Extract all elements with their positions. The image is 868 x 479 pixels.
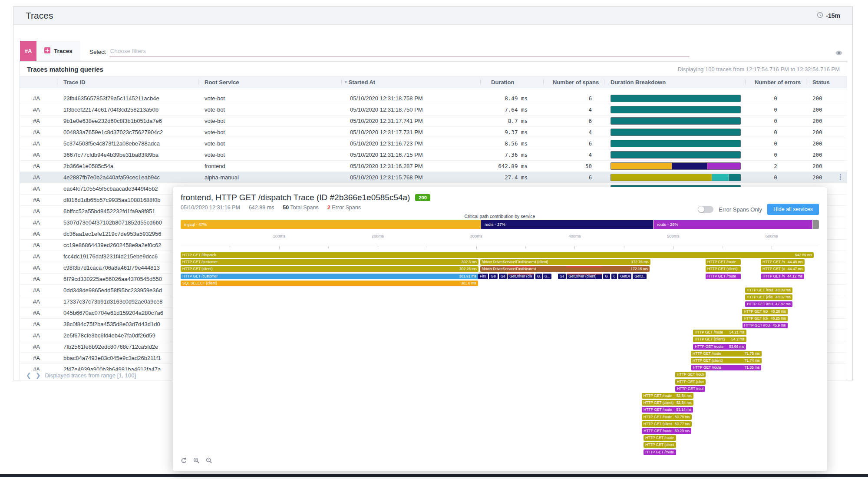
tab-traces-label: Traces — [54, 48, 73, 54]
tab-traces[interactable]: Traces — [36, 41, 80, 61]
trace-span-bar[interactable]: HTTP GET (client)44.47 ms — [761, 266, 805, 272]
filters-input[interactable] — [109, 47, 690, 57]
reset-view-icon[interactable] — [181, 457, 187, 466]
trace-span-bar[interactable]: HTTP GET /route — [644, 435, 676, 441]
error-mark — [567, 266, 602, 268]
started-at-cell: 05/10/2020 12:31:16.723 PM — [341, 140, 480, 147]
trace-span-bar[interactable]: G... — [543, 274, 551, 279]
trace-span-bar[interactable]: HTTP GET /route71.35 ms — [691, 365, 762, 370]
trace-span-bar[interactable]: HTTP GET /route — [706, 274, 741, 279]
displaying-text: Displaying 100 traces from 12:17:54.716 … — [677, 66, 840, 73]
trace-span-bar[interactable]: HTTP GET /route52.14 ms — [642, 407, 693, 413]
trace-span-bar[interactable]: HTTP GET (client)302.26 ms — [181, 266, 479, 272]
timeline-axis: 100ms200ms300ms400ms500ms600ms — [181, 233, 819, 246]
trace-span-bar[interactable]: HTTP GET (client)48.07 ms — [745, 294, 792, 300]
trace-span-bar[interactable]: HTTP GET (client) — [675, 379, 706, 385]
table-row[interactable]: #A4e2887fb7e0b2a440afa59cec1eab94calpha-… — [20, 172, 847, 183]
trace-span-bar[interactable]: HTTP GET /route — [706, 259, 741, 265]
trace-span-bar[interactable]: HTTP GET /dispatch642.89 ms — [181, 252, 814, 258]
trace-span-bar[interactable]: HTTP GET (client)52.54 ms — [642, 400, 693, 406]
col-started-at[interactable]: ▾ Started At — [341, 76, 480, 88]
table-row[interactable]: #A004833a7659e1c8d37023c75627904c2vote-b… — [20, 127, 847, 138]
trace-span-bar[interactable]: SQL SELECT (client)301.8 ms — [181, 281, 478, 286]
trace-span-bar[interactable]: HTTP GET /route47.82 ms — [745, 301, 792, 307]
trace-span-bar[interactable]: HTTP GET /route54.21 ms — [693, 330, 746, 335]
hide-all-services-button[interactable]: Hide all services — [767, 204, 819, 215]
trace-detail-modal: frontend, HTTP GET /dispatch Trace (ID #… — [172, 187, 827, 471]
trace-span-bar[interactable]: HTTP GET (client)46.25 ms — [742, 316, 788, 321]
trace-span-bar[interactable]: G... — [535, 274, 542, 279]
trace-span-bar[interactable]: GetDri... — [618, 274, 631, 279]
trace-span-bar[interactable]: G... — [611, 274, 617, 279]
trace-span-bar[interactable]: HTTP GET (client)71.74 ms — [691, 358, 762, 363]
error-spans-toggle[interactable] — [698, 206, 713, 213]
trace-span-bar[interactable]: Get... — [489, 274, 498, 279]
trace-span-bar[interactable]: HTTP GET /route44.48 ms — [761, 259, 805, 265]
query-badge[interactable]: #A — [20, 41, 36, 61]
trace-span-bar[interactable]: /driver.DriverService/FindNearest (clien… — [480, 259, 650, 265]
trace-span-bar[interactable]: HTTP GET /route — [675, 372, 706, 377]
breakdown-segment — [672, 163, 706, 169]
trace-span-bar[interactable]: GetDriver (client) — [508, 274, 534, 279]
zoom-in-icon[interactable] — [193, 457, 200, 466]
trace-span-bar[interactable]: HTTP GET /route — [644, 449, 676, 455]
trace-span-bar[interactable]: HTTP GET (client)54.2 ms — [693, 337, 746, 342]
row-tag: #A — [20, 95, 57, 102]
trace-span-bar[interactable]: HTTP GET /route46.28 ms — [742, 309, 788, 314]
trace-span-bar[interactable]: Get... — [558, 274, 566, 279]
trace-span-bar[interactable]: HTTP GET /route45.9 ms — [743, 323, 788, 328]
trace-span-bar[interactable]: GetD... — [633, 274, 647, 279]
trace-span-bar[interactable]: HTTP GET /customer302.3 ms — [181, 259, 479, 265]
trace-span-bar[interactable]: HTTP GET (client)50.77 ms — [642, 421, 692, 427]
trace-span-bar[interactable]: HTTP GET /route53.66 ms — [693, 344, 746, 350]
time-range-button[interactable]: -15m — [817, 12, 840, 20]
table-row[interactable]: #A5c374503f5e4c873f12a08ebe788adcavote-b… — [20, 138, 847, 149]
duration-breakdown-bar — [611, 174, 741, 181]
trace-span-bar[interactable]: G... — [603, 274, 610, 279]
table-header: Trace ID Root Service ▾ Started At Durat… — [20, 76, 847, 88]
trace-id-cell: 4e2887fb7e0b2a440afa59cec1eab94c — [57, 174, 198, 181]
trace-span-bar[interactable]: Find.. — [478, 274, 488, 279]
col-errors[interactable]: Number of errors — [745, 76, 806, 88]
zoom-out-icon[interactable] — [206, 457, 212, 466]
root-service-cell: vote-bot — [198, 95, 341, 102]
errors-cell: 0 — [745, 129, 806, 135]
trace-span-bar[interactable]: HTTP GET /route — [675, 386, 705, 392]
trace-span-bar[interactable]: HTTP GET /route44.12 ms — [761, 274, 804, 279]
trace-span-bar[interactable]: /driver.DriverService/FindNearest172.16 … — [480, 266, 650, 272]
trace-span-bar[interactable]: HTTP GET /route50.79 ms — [642, 414, 692, 420]
root-service-cell: vote-bot — [198, 129, 341, 135]
breakdown-cell — [604, 129, 745, 136]
table-row[interactable]: #A1f3bcef22174e61704f3cd258213a50bvote-b… — [20, 104, 847, 116]
col-trace-id[interactable]: Trace ID — [57, 76, 198, 88]
col-duration[interactable]: Duration — [480, 76, 543, 88]
status-cell: 200 — [806, 129, 847, 135]
col-status[interactable]: Status — [806, 76, 847, 88]
eye-icon[interactable] — [835, 50, 843, 57]
trace-span-bar[interactable]: HTTP GET (client) — [706, 266, 741, 272]
next-page-icon[interactable]: ❯ — [36, 372, 41, 378]
table-row[interactable]: #A23fb4635657853f79a5c1145211acb4evote-b… — [20, 93, 847, 104]
breakdown-cell — [604, 140, 745, 147]
spans-cell: 6 — [543, 140, 604, 147]
trace-span-bar[interactable]: HTTP GET /route50.29 ms — [642, 428, 691, 434]
col-root-service[interactable]: Root Service — [198, 76, 341, 88]
row-menu-kebab-icon[interactable] — [837, 174, 843, 180]
row-tag: #A — [20, 152, 57, 158]
trace-span-bar[interactable]: HTTP GET /route52.54 ms — [642, 393, 693, 399]
table-row[interactable]: #A2b366e1e0585c54afrontend05/10/2020 12:… — [20, 161, 847, 172]
trace-span-bar[interactable]: HTTP GET /route48.09 ms — [745, 287, 792, 293]
row-tag: #A — [20, 366, 57, 370]
trace-span-bar[interactable]: HTTP GET /customer301.91 ms — [181, 274, 478, 279]
trace-span-bar[interactable]: HTTP GET /route71.75 ms — [691, 351, 762, 357]
table-row[interactable]: #A9b1e0e638ee232d60c8f3b1b051da7e6vote-b… — [20, 116, 847, 127]
trace-span-bar[interactable]: GetDriver (client) — [567, 274, 602, 279]
col-spans[interactable]: Number of spans — [543, 76, 604, 88]
prev-page-icon[interactable]: ❮ — [26, 372, 31, 378]
toggle-knob — [698, 206, 704, 212]
table-row[interactable]: #A3667fc77cfdb94e4b39be31ba83f89bavote-b… — [20, 149, 847, 161]
col-breakdown[interactable]: Duration Breakdown — [604, 76, 745, 88]
trace-span-bar[interactable]: Get... — [499, 274, 507, 279]
trace-span-bar[interactable]: HTTP GET (client) — [644, 442, 676, 448]
axis-tick-label: 400ms — [568, 234, 581, 238]
